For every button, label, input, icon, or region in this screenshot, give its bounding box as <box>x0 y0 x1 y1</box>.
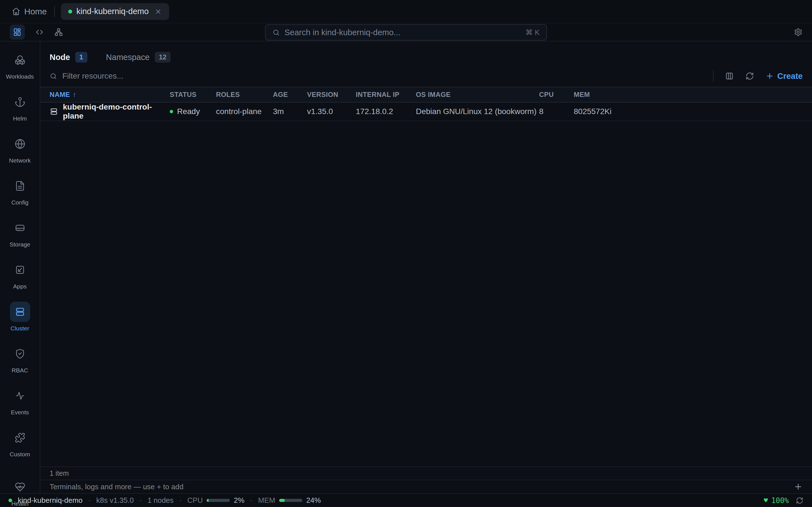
cluster-tab[interactable]: kind-kuberniq-demo <box>61 3 169 20</box>
global-search[interactable]: ⌘ K <box>265 24 547 41</box>
mem-percentage: 24% <box>306 496 321 505</box>
column-header-status[interactable]: STATUS <box>170 91 216 99</box>
column-header-mem[interactable]: MEM <box>574 91 803 99</box>
search-icon <box>272 29 280 36</box>
close-icon[interactable] <box>154 8 162 15</box>
sidebar-item-rbac[interactable]: RBAC <box>0 344 40 374</box>
cluster-health: ♥ 100% <box>764 496 789 505</box>
table-row[interactable]: kuberniq-demo-control-plane Ready contro… <box>40 103 812 121</box>
filter-input-wrap[interactable] <box>50 71 713 80</box>
home-button[interactable]: Home <box>12 7 47 16</box>
main-content: Node 1 Namespace 12 <box>40 41 812 493</box>
column-header-age[interactable]: AGE <box>273 91 307 99</box>
column-header-os-image[interactable]: OS IMAGE <box>416 91 539 99</box>
heart-pulse-icon <box>10 477 30 497</box>
resource-tabs: Node 1 Namespace 12 <box>50 49 803 65</box>
view-switcher <box>10 24 63 40</box>
sync-button[interactable] <box>796 497 804 504</box>
statusbar-separator: · <box>250 496 253 505</box>
plus-icon <box>765 72 774 80</box>
node-version-cell: v1.35.0 <box>307 107 356 116</box>
cpu-meter: CPU 2% <box>187 496 244 505</box>
column-header-version[interactable]: VERSION <box>307 91 356 99</box>
search-icon <box>50 72 57 80</box>
hard-drive-icon <box>10 218 30 238</box>
node-status-cell: Ready <box>170 107 216 116</box>
square-arrow-icon <box>10 260 30 280</box>
sidebar-item-network[interactable]: Network <box>0 134 40 164</box>
home-icon <box>12 7 20 16</box>
table-empty-space <box>50 121 803 466</box>
statusbar-separator: · <box>139 496 142 505</box>
sidebar-item-events[interactable]: Events <box>0 386 40 416</box>
boxes-icon <box>10 50 30 70</box>
sidebar-item-label: Storage <box>10 241 31 248</box>
add-terminal-button[interactable] <box>794 482 803 491</box>
cpu-percentage: 2% <box>234 496 245 505</box>
node-status: Ready <box>177 107 200 116</box>
table-actions: Create <box>713 70 803 82</box>
statusbar-k8s-version: k8s v1.35.0 <box>96 496 134 505</box>
mem-progress-track <box>279 499 302 502</box>
code-icon <box>35 27 44 37</box>
node-name-cell: kuberniq-demo-control-plane <box>50 103 170 121</box>
sidebar-item-config[interactable]: Config <box>0 176 40 206</box>
file-text-icon <box>10 176 30 196</box>
column-header-name[interactable]: NAME ↑ <box>50 91 170 99</box>
node-cpu-cell: 8 <box>539 107 574 116</box>
server-icon <box>50 107 58 116</box>
gear-icon <box>794 28 802 36</box>
sidebar-item-label: Workloads <box>6 73 34 80</box>
node-roles-cell: control-plane <box>216 107 273 116</box>
home-label: Home <box>24 7 47 16</box>
column-header-internal-ip[interactable]: INTERNAL IP <box>356 91 416 99</box>
sidebar-item-label: Custom <box>10 451 30 458</box>
tab-label: Namespace <box>106 53 150 62</box>
global-search-input[interactable] <box>285 28 521 37</box>
tab-namespace[interactable]: Namespace 12 <box>106 52 170 62</box>
sidebar-item-cluster[interactable]: Cluster <box>0 302 40 332</box>
columns-icon <box>725 71 734 80</box>
sidebar-item-label: Helm <box>13 115 27 122</box>
terminal-panel-bar: Terminals, logs and more — use + to add <box>40 480 812 493</box>
sidebar-item-apps[interactable]: Apps <box>0 260 40 290</box>
globe-icon <box>10 134 30 154</box>
create-button[interactable]: Create <box>765 71 803 81</box>
sidebar-item-label: Events <box>11 409 29 416</box>
cluster-status-dot <box>68 10 72 13</box>
tab-count-badge: 1 <box>75 52 87 62</box>
sidebar-item-helm[interactable]: Helm <box>0 92 40 122</box>
filter-row: Create <box>50 65 803 87</box>
tab-node[interactable]: Node 1 <box>50 52 87 62</box>
activity-icon <box>10 386 30 406</box>
dashboard-view-button[interactable] <box>10 24 25 40</box>
shield-check-icon <box>10 344 30 364</box>
top-bar: Home kind-kuberniq-demo <box>0 0 812 23</box>
sidebar-item-label: Config <box>11 199 29 206</box>
refresh-button[interactable] <box>745 71 754 80</box>
table-header: NAME ↑ STATUS ROLES AGE VERSION INTERNAL… <box>40 87 812 103</box>
statusbar-node-count: 1 nodes <box>147 496 174 505</box>
topology-view-button[interactable] <box>54 27 63 37</box>
actions-divider <box>713 70 714 82</box>
mem-meter: MEM 24% <box>258 496 321 505</box>
node-internal-ip-cell: 172.18.0.2 <box>356 107 416 116</box>
status-bar: kind-kuberniq-demo · k8s v1.35.0 · 1 nod… <box>0 493 812 507</box>
code-view-button[interactable] <box>35 27 44 37</box>
tab-label: Node <box>50 53 70 62</box>
layout-dashboard-icon <box>13 27 22 37</box>
mem-progress-fill <box>279 499 285 502</box>
cpu-meter-label: CPU <box>187 496 203 505</box>
sidebar-item-storage[interactable]: Storage <box>0 218 40 248</box>
filter-input[interactable] <box>62 71 713 80</box>
statusbar-separator: · <box>179 496 182 505</box>
statusbar-separator: · <box>88 496 91 505</box>
column-header-roles[interactable]: ROLES <box>216 91 273 99</box>
settings-button[interactable] <box>794 28 802 36</box>
sidebar-item-workloads[interactable]: Workloads <box>0 50 40 80</box>
node-mem-cell: 8025572Ki <box>574 107 803 116</box>
column-header-cpu[interactable]: CPU <box>539 91 574 99</box>
connection-status-dot <box>8 499 12 502</box>
sidebar-item-custom[interactable]: Custom <box>0 428 40 458</box>
columns-button[interactable] <box>725 71 734 80</box>
